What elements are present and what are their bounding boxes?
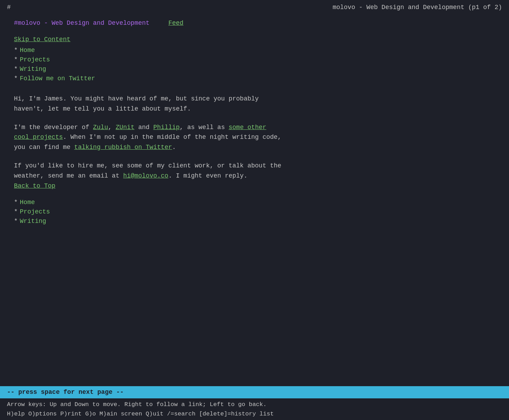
email-link[interactable]: hi@molovo.co: [123, 172, 168, 179]
bottom-nav: * Home * Projects * Writing: [14, 198, 495, 226]
nav-link-twitter[interactable]: Follow me on Twitter: [20, 74, 95, 83]
nav-link-writing[interactable]: Writing: [20, 65, 46, 74]
back-to-top-link[interactable]: Back to Top: [14, 182, 55, 189]
bottom-nav-item-home: * Home: [14, 198, 495, 207]
terminal: # molovo - Web Design and Development (p…: [0, 0, 509, 420]
twitter-rubbish-link[interactable]: talking rubbish on Twitter: [74, 144, 172, 151]
nav-item-writing: * Writing: [14, 65, 495, 74]
zunit-link[interactable]: ZUnit: [116, 124, 135, 131]
intro-paragraph: Hi, I'm James. You might have heard of m…: [14, 94, 495, 114]
hire-paragraph: If you'd like to hire me, see some of my…: [14, 161, 495, 181]
bottom-bullet-home: *: [14, 198, 18, 207]
bullet-writing: *: [14, 65, 18, 74]
skip-to-content-link[interactable]: Skip to Content: [14, 35, 495, 44]
bottom-bullet-writing: *: [14, 217, 18, 226]
bottom-nav-item-writing: * Writing: [14, 217, 495, 226]
bullet-twitter: *: [14, 74, 18, 83]
skip-link-wrapper: Skip to Content: [14, 35, 495, 44]
help-bar: Arrow keys: Up and Down to move. Right t…: [0, 398, 509, 420]
other-projects-link[interactable]: some other cool projects: [14, 124, 266, 141]
bottom-nav-link-home[interactable]: Home: [20, 198, 35, 207]
nav-link-projects[interactable]: Projects: [20, 55, 50, 65]
nav-item-twitter: * Follow me on Twitter: [14, 74, 495, 83]
help-line-1: Arrow keys: Up and Down to move. Right t…: [7, 400, 502, 409]
help-line-2: H)elp O)ptions P)rint G)o M)ain screen Q…: [7, 409, 502, 419]
title-bar: # molovo - Web Design and Development (p…: [0, 0, 509, 15]
nav-item-projects: * Projects: [14, 55, 495, 65]
nav-item-home: * Home: [14, 46, 495, 55]
bottom-nav-item-projects: * Projects: [14, 207, 495, 217]
phillip-link[interactable]: Phillip: [153, 124, 180, 131]
site-title: #molovo - Web Design and Development: [14, 20, 150, 27]
bullet-projects: *: [14, 55, 18, 65]
bottom-nav-link-writing[interactable]: Writing: [20, 217, 46, 226]
status-text: -- press space for next page --: [7, 389, 124, 396]
page-title: molovo - Web Design and Development (p1 …: [333, 3, 502, 12]
nav-link-home[interactable]: Home: [20, 46, 35, 55]
site-header: #molovo - Web Design and Development Fee…: [14, 18, 495, 28]
bottom-nav-link-projects[interactable]: Projects: [20, 207, 50, 217]
feed-link[interactable]: Feed: [168, 20, 183, 27]
main-nav: * Home * Projects * Writing * Follow me …: [14, 46, 495, 83]
bullet-home: *: [14, 46, 18, 55]
bottom-bullet-projects: *: [14, 207, 18, 217]
status-bar: -- press space for next page --: [0, 386, 509, 398]
content-area: #molovo - Web Design and Development Fee…: [0, 15, 509, 386]
title-hash: #: [7, 3, 11, 12]
dev-paragraph: I'm the developer of Zulu, ZUnit and Phi…: [14, 122, 495, 152]
zulu-link[interactable]: Zulu: [93, 124, 108, 131]
hire-section: If you'd like to hire me, see some of my…: [14, 161, 495, 191]
